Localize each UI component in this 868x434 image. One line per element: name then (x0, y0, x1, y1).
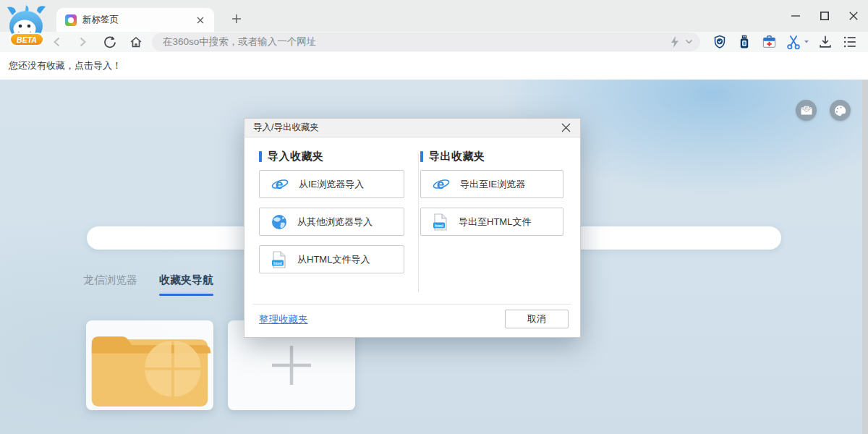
import-from-ie-button[interactable]: e 从IE浏览器导入 (259, 170, 404, 198)
dialog-footer-divider (253, 304, 571, 305)
svg-text:html: html (273, 260, 282, 265)
page-scrollbar[interactable] (862, 80, 868, 434)
dialog-titlebar: 导入/导出收藏夹 (244, 119, 580, 137)
tab-new-page[interactable]: 新标签页 (56, 8, 214, 32)
globe-icon (271, 214, 287, 230)
dialog-column-divider (418, 153, 419, 292)
import-from-html-button[interactable]: html 从HTML文件导入 (259, 245, 404, 273)
lightning-icon[interactable] (669, 35, 681, 48)
export-to-ie-button[interactable]: e 导出至IE浏览器 (420, 170, 563, 198)
home-button[interactable] (127, 33, 145, 51)
medkit-icon[interactable] (757, 33, 781, 51)
menu-list-icon[interactable] (838, 33, 862, 51)
toolbar: 在360so中搜索，或者输入一个网址 (0, 32, 868, 52)
plus-icon (271, 344, 312, 386)
page-tab-bookmarks-nav[interactable]: 收藏夹导航 (159, 273, 213, 296)
export-to-html-button[interactable]: html 导出至HTML文件 (420, 208, 563, 236)
browser-window: 新标签页 (0, 0, 868, 434)
svg-text:html: html (435, 223, 443, 227)
import-heading: 导入收藏夹 (259, 150, 404, 162)
bookmarks-bar[interactable]: 您还没有收藏，点击导入！ (0, 52, 868, 80)
svg-text:BETA: BETA (17, 35, 37, 44)
maximize-button[interactable] (810, 0, 839, 32)
heading-accent-bar (420, 151, 423, 162)
address-bar[interactable]: 在360so中搜索，或者输入一个网址 (152, 33, 700, 51)
heading-accent-bar (259, 151, 262, 162)
tab-favicon (65, 14, 77, 26)
new-tab-button[interactable] (227, 9, 246, 28)
usb-drive-icon[interactable] (732, 33, 757, 51)
scissors-icon[interactable] (781, 33, 813, 51)
cancel-button[interactable]: 取消 (505, 310, 569, 328)
palette-icon[interactable] (830, 100, 851, 121)
dialog-close-icon[interactable] (558, 121, 573, 135)
titlebar: 新标签页 (0, 0, 868, 32)
window-controls (781, 0, 868, 32)
forward-button[interactable] (73, 33, 92, 51)
html-file-icon: html (433, 214, 448, 230)
import-from-other-browser-button[interactable]: 从其他浏览器导入 (259, 208, 404, 236)
active-tab-underline (159, 294, 213, 296)
mail-icon[interactable] (796, 100, 817, 121)
chevron-down-icon[interactable] (685, 39, 693, 45)
page-tabs: 龙信浏览器 收藏夹导航 (83, 273, 213, 296)
folder-icon (88, 323, 211, 408)
close-window-button[interactable] (839, 0, 868, 32)
import-export-dialog: 导入/导出收藏夹 导入收藏夹 e 从IE浏览器导入 (244, 118, 581, 338)
svg-text:e: e (437, 176, 445, 192)
bookmarks-empty-message[interactable]: 您还没有收藏，点击导入！ (9, 52, 122, 80)
dialog-title: 导入/导出收藏夹 (253, 122, 558, 134)
shield-check-icon[interactable] (707, 33, 732, 51)
tab-title: 新标签页 (82, 14, 194, 26)
ie-icon: e (433, 176, 450, 192)
reload-button[interactable] (101, 33, 119, 51)
toolbar-extensions (707, 33, 862, 51)
browser-mascot-logo[interactable]: BETA (4, 2, 50, 50)
back-button[interactable] (48, 33, 67, 51)
import-section: 导入收藏夹 e 从IE浏览器导入 (259, 150, 404, 283)
bookmark-folder-card[interactable] (86, 320, 213, 410)
page-tab-browser[interactable]: 龙信浏览器 (83, 273, 137, 296)
html-file-icon: html (271, 252, 287, 268)
address-placeholder: 在360so中搜索，或者输入一个网址 (163, 35, 669, 48)
ie-icon: e (271, 176, 289, 192)
export-section: 导出收藏夹 e 导出至IE浏览器 html (420, 150, 563, 245)
scissors-dropdown-caret (804, 40, 809, 44)
export-heading: 导出收藏夹 (420, 150, 563, 162)
beta-badge: BETA (10, 33, 43, 46)
minimize-button[interactable] (781, 0, 810, 32)
organize-bookmarks-link[interactable]: 整理收藏夹 (259, 313, 308, 326)
tab-close-icon[interactable] (194, 14, 207, 27)
svg-text:e: e (276, 176, 284, 192)
download-icon[interactable] (813, 33, 838, 51)
